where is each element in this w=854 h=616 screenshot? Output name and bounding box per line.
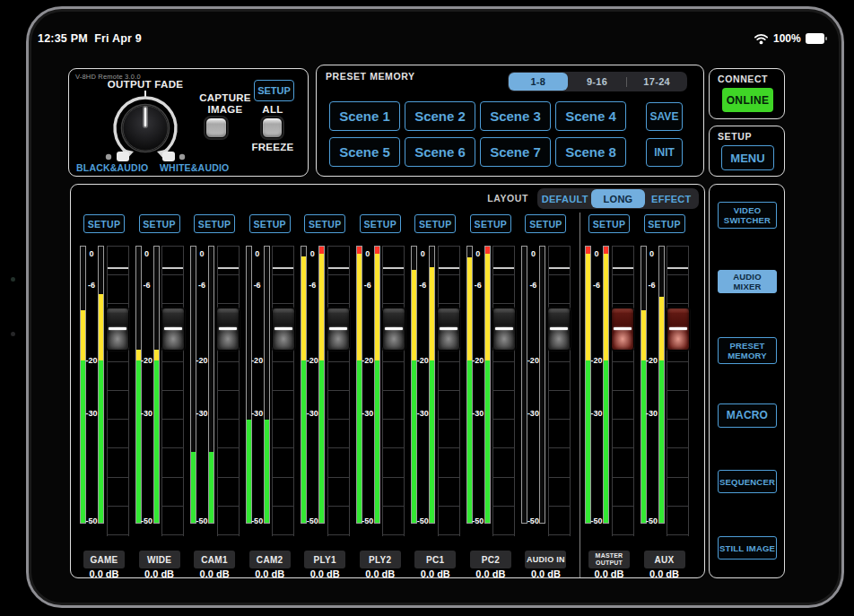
freeze-button[interactable] (262, 117, 283, 138)
channel-ply1: SETUP0-6-20-30-50PLY10.0 dB (300, 185, 355, 579)
nav-item-macro[interactable]: MACRO (718, 403, 777, 428)
fader-knob-pc2[interactable] (492, 308, 516, 351)
fader-track-tick (383, 477, 404, 478)
fader-track-tick (493, 506, 514, 507)
fader-track-tick (439, 246, 459, 247)
meter-scale-label: -6 (471, 281, 485, 291)
side-sensor-dot (11, 332, 15, 336)
fader-knob-wide[interactable] (161, 308, 185, 351)
save-button[interactable]: SAVE (646, 102, 683, 131)
channel-ply2: SETUP0-6-20-30-50PLY20.0 dB (355, 185, 411, 579)
fader-knob-cam1[interactable] (216, 308, 240, 351)
scene-button-1[interactable]: Scene 1 (329, 101, 400, 131)
online-button[interactable]: ONLINE (722, 88, 773, 112)
fader-track-tick (613, 447, 633, 448)
fader-track-tick (218, 534, 239, 535)
fader-track-pc2[interactable] (492, 246, 515, 536)
fader-track-tick (108, 390, 128, 391)
fade-setup-button[interactable]: SETUP (254, 80, 294, 101)
channel-cam2: SETUP0-6-20-30-50CAM20.0 dB (245, 185, 301, 579)
battery-body (806, 33, 824, 44)
nav-rail-panel: VIDEO SWITCHERAUDIO MIXERPRESET MEMORYMA… (709, 184, 785, 578)
channel-setup-button-ply1[interactable]: SETUP (304, 214, 345, 233)
fader-knob-audio-in[interactable] (547, 308, 571, 351)
fader-knob-pc1[interactable] (437, 308, 460, 351)
nav-item-preset-memory[interactable]: PRESET MEMORY (718, 337, 777, 364)
fader-track-tick (613, 361, 633, 362)
fader-track-tick (383, 419, 404, 420)
fader-knob-master-output[interactable] (611, 308, 634, 351)
fader-knob-cam2[interactable] (272, 308, 295, 351)
fader-track-tick (613, 274, 633, 275)
channel-setup-button-audio-in[interactable]: SETUP (525, 214, 566, 233)
capture-image-label: CAPTURE IMAGE (189, 92, 261, 116)
meter-scale-label: 0 (84, 249, 99, 259)
fader-track-cam2[interactable] (272, 246, 294, 536)
fader-track-tick (613, 477, 633, 478)
meter-scale-label: -30 (361, 409, 375, 419)
meter-fill-yellow (586, 254, 590, 360)
mixer-channels: SETUP0-6-20-30-50GAME0.0 dBSETUP0-6-20-3… (71, 185, 706, 579)
menu-button[interactable]: MENU (721, 145, 774, 170)
nav-item-video-switcher[interactable]: VIDEO SWITCHER (718, 202, 777, 229)
meter-scale-label: 0 (195, 249, 209, 259)
fader-track-tick (328, 447, 349, 448)
fader-track-tick (493, 246, 514, 247)
fader-knob-ply1[interactable] (327, 308, 350, 351)
fader-track-ply1[interactable] (327, 246, 350, 536)
channel-audio-in: SETUP0-6-20-30-50AUDIO IN0.0 dB (520, 185, 576, 579)
fader-track-aux[interactable] (667, 246, 689, 536)
fader-knob-ply2[interactable] (382, 308, 405, 351)
fader-knob-game[interactable] (106, 308, 129, 351)
init-button[interactable]: INIT (646, 138, 683, 167)
nav-item-audio-mixer[interactable]: AUDIO MIXER (718, 270, 777, 293)
scene-button-3[interactable]: Scene 3 (480, 101, 551, 131)
meter-fill-green (81, 360, 85, 523)
battery-percent: 100% (773, 32, 801, 45)
meter-fill-yellow (99, 294, 103, 361)
channel-setup-button-cam1[interactable]: SETUP (194, 214, 235, 233)
meter-scale-label: 0 (305, 249, 319, 259)
scene-button-5[interactable]: Scene 5 (329, 137, 400, 167)
fader-track-ply2[interactable] (382, 246, 405, 536)
capture-image-button[interactable] (205, 117, 227, 138)
nav-item-still-image[interactable]: STILL IMAGE (718, 536, 777, 560)
meter-scale-label: -30 (140, 409, 154, 419)
fader-track-tick (218, 274, 239, 275)
fader-knob-line (440, 327, 458, 330)
channel-setup-button-pc2[interactable]: SETUP (470, 214, 511, 233)
scene-button-4[interactable]: Scene 4 (555, 101, 626, 131)
channel-setup-button-wide[interactable]: SETUP (139, 214, 180, 233)
fader-track-cam1[interactable] (217, 246, 240, 536)
scene-button-2[interactable]: Scene 2 (405, 101, 475, 131)
fader-track-tick (613, 246, 633, 247)
fader-track-game[interactable] (107, 246, 129, 536)
meter-fill-green (412, 360, 416, 523)
fader-knob-aux[interactable] (667, 308, 690, 351)
channel-fader-value-cam2: 0.0 dB (245, 568, 295, 579)
nav-item-sequencer[interactable]: SEQUENCER (718, 470, 777, 493)
channel-setup-button-game[interactable]: SETUP (83, 214, 125, 233)
channel-setup-button-cam2[interactable]: SETUP (249, 214, 291, 233)
fader-track-wide[interactable] (161, 246, 184, 536)
fader-track-master-output[interactable] (612, 246, 634, 536)
meter-scale-label: -30 (645, 409, 659, 419)
channel-setup-button-aux[interactable]: SETUP (644, 214, 685, 233)
meter-scale-label: -50 (305, 516, 319, 526)
channel-setup-button-ply2[interactable]: SETUP (360, 214, 401, 233)
channel-setup-button-pc1[interactable]: SETUP (414, 214, 456, 233)
fader-track-pc1[interactable] (438, 246, 460, 536)
channel-name-pc1: PC1 (414, 551, 456, 568)
scene-button-8[interactable]: Scene 8 (555, 137, 626, 167)
channel-pc2: SETUP0-6-20-30-50PC20.0 dB (466, 185, 521, 579)
fader-track-tick (549, 419, 570, 420)
channel-name-cam2: CAM2 (249, 551, 291, 568)
fader-zero-tick (493, 267, 514, 269)
scene-button-7[interactable]: Scene 7 (480, 137, 551, 167)
fader-track-tick (108, 303, 128, 304)
meter-fill-yellow (301, 256, 306, 360)
meter-scale-label: -20 (250, 356, 265, 366)
scene-button-6[interactable]: Scene 6 (405, 137, 475, 167)
fader-track-audio-in[interactable] (548, 246, 571, 536)
channel-setup-button-master-output[interactable]: SETUP (588, 214, 630, 233)
